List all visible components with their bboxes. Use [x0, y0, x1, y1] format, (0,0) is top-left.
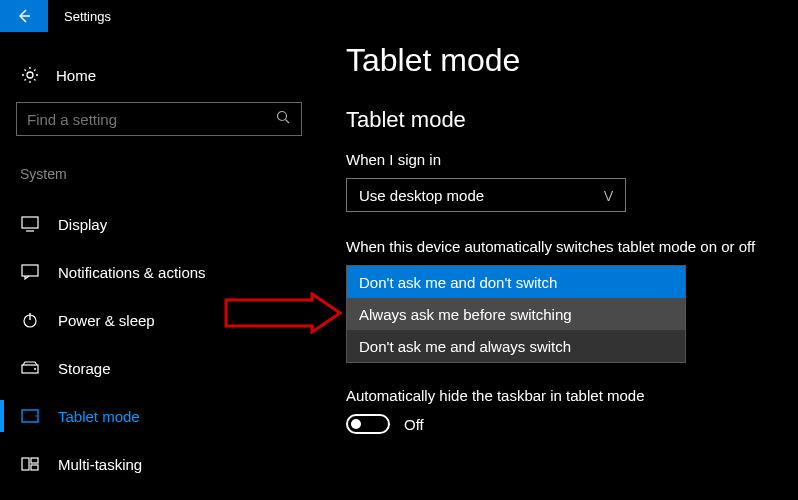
- home-label: Home: [56, 67, 96, 84]
- arrow-left-icon: [15, 7, 33, 25]
- svg-rect-6: [22, 265, 38, 276]
- hide-taskbar-label: Automatically hide the taskbar in tablet…: [346, 387, 798, 404]
- sidebar-item-notifications[interactable]: Notifications & actions: [16, 248, 320, 296]
- titlebar: Settings: [0, 0, 798, 32]
- section-title: Tablet mode: [346, 107, 798, 133]
- main-panel: Tablet mode Tablet mode When I sign in U…: [320, 32, 798, 500]
- home-nav[interactable]: Home: [16, 60, 320, 102]
- svg-point-2: [278, 112, 287, 121]
- search-icon: [276, 110, 291, 128]
- switch-option-dont-switch[interactable]: Don't ask me and don't switch: [347, 266, 685, 298]
- svg-line-3: [286, 120, 290, 124]
- multitask-icon: [20, 457, 40, 471]
- sidebar-item-power[interactable]: Power & sleep: [16, 296, 320, 344]
- switch-label: When this device automatically switches …: [346, 238, 798, 255]
- signin-select-value: Use desktop mode: [359, 187, 484, 204]
- sidebar-item-tablet-mode[interactable]: Tablet mode: [16, 392, 320, 440]
- sidebar-item-label: Storage: [58, 360, 111, 377]
- chat-icon: [20, 264, 40, 280]
- svg-rect-4: [22, 217, 38, 228]
- svg-point-1: [27, 72, 33, 78]
- sidebar: Home System Display Notifications & acti…: [0, 32, 320, 500]
- switch-dropdown[interactable]: Don't ask me and don't switch Always ask…: [346, 265, 686, 363]
- svg-rect-15: [31, 465, 38, 470]
- signin-select[interactable]: Use desktop mode ⋁: [346, 178, 626, 212]
- sidebar-item-label: Notifications & actions: [58, 264, 206, 281]
- sidebar-item-label: Display: [58, 216, 107, 233]
- power-icon: [20, 312, 40, 328]
- switch-option-always-switch[interactable]: Don't ask me and always switch: [347, 330, 685, 362]
- sidebar-item-display[interactable]: Display: [16, 200, 320, 248]
- back-button[interactable]: [0, 0, 48, 32]
- chevron-down-icon: ⋁: [604, 189, 613, 202]
- gear-icon: [20, 66, 40, 84]
- tablet-icon: [20, 409, 40, 423]
- signin-label: When I sign in: [346, 151, 798, 168]
- window-title: Settings: [48, 9, 111, 24]
- switch-option-always-ask[interactable]: Always ask me before switching: [347, 298, 685, 330]
- monitor-icon: [20, 216, 40, 232]
- svg-point-10: [34, 368, 36, 370]
- hide-taskbar-toggle[interactable]: [346, 414, 390, 434]
- search-input[interactable]: [27, 111, 276, 128]
- sidebar-item-storage[interactable]: Storage: [16, 344, 320, 392]
- svg-point-12: [35, 415, 37, 417]
- sidebar-item-label: Multi-tasking: [58, 456, 142, 473]
- drive-icon: [20, 361, 40, 375]
- sidebar-item-multitasking[interactable]: Multi-tasking: [16, 440, 320, 488]
- sidebar-item-label: Tablet mode: [58, 408, 140, 425]
- sidebar-item-label: Power & sleep: [58, 312, 155, 329]
- svg-rect-14: [31, 458, 38, 463]
- search-box[interactable]: [16, 102, 302, 136]
- toggle-state-label: Off: [404, 416, 424, 433]
- svg-rect-13: [22, 458, 29, 470]
- group-header: System: [16, 166, 320, 182]
- page-title: Tablet mode: [346, 42, 798, 79]
